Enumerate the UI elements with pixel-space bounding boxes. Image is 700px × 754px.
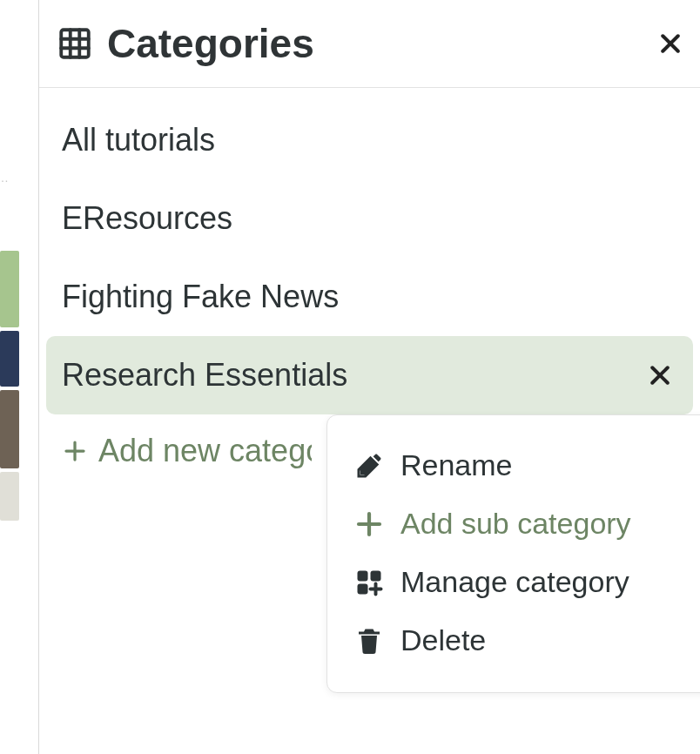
svg-rect-19: [358, 570, 368, 581]
menu-item-label: Rename: [400, 448, 513, 482]
category-item-all-tutorials[interactable]: All tutorials: [46, 101, 693, 179]
thumbnail: [0, 472, 19, 521]
panel-title-wrap: Categories: [57, 20, 314, 67]
thumbnail: [0, 331, 19, 387]
svg-rect-21: [358, 583, 368, 594]
thumbnail: [0, 251, 19, 327]
truncated-text: …: [0, 171, 10, 185]
menu-item-delete[interactable]: Delete: [348, 611, 700, 670]
thumbnail: [0, 390, 19, 468]
close-panel-button[interactable]: [653, 26, 688, 61]
category-label: EResources: [62, 200, 232, 237]
plus-icon: [353, 508, 385, 540]
svg-rect-20: [371, 570, 381, 581]
menu-item-add-sub-category[interactable]: Add sub category: [348, 495, 700, 553]
menu-item-label: Delete: [400, 623, 486, 657]
menu-item-rename[interactable]: Rename: [348, 436, 700, 495]
svg-rect-0: [61, 30, 89, 57]
left-thumb-strip: …: [0, 0, 38, 754]
category-item-research-essentials[interactable]: Research Essentials: [46, 336, 693, 414]
category-context-menu: Rename Add sub category: [326, 414, 700, 693]
menu-item-manage-category[interactable]: Manage category: [348, 553, 700, 611]
plus-icon: [62, 438, 88, 464]
category-label: Research Essentials: [62, 357, 347, 394]
edit-icon: [353, 450, 385, 481]
deselect-category-button[interactable]: [643, 358, 677, 393]
menu-item-label: Manage category: [400, 565, 629, 599]
grid-icon: [57, 25, 93, 62]
categories-panel: Categories All tutorials EResources: [39, 0, 700, 754]
panel-title: Categories: [107, 20, 314, 67]
add-new-category-label: Add new category: [98, 433, 312, 469]
category-item-fighting-fake-news[interactable]: Fighting Fake News: [46, 258, 693, 336]
menu-item-label: Add sub category: [400, 507, 631, 541]
category-item-eresources[interactable]: EResources: [46, 179, 693, 258]
panel-header: Categories: [39, 0, 700, 87]
trash-icon: [353, 625, 385, 656]
category-label: All tutorials: [62, 122, 215, 158]
horizontal-divider: [39, 87, 700, 88]
category-label: Fighting Fake News: [62, 279, 339, 315]
manage-grid-icon: [353, 567, 385, 598]
